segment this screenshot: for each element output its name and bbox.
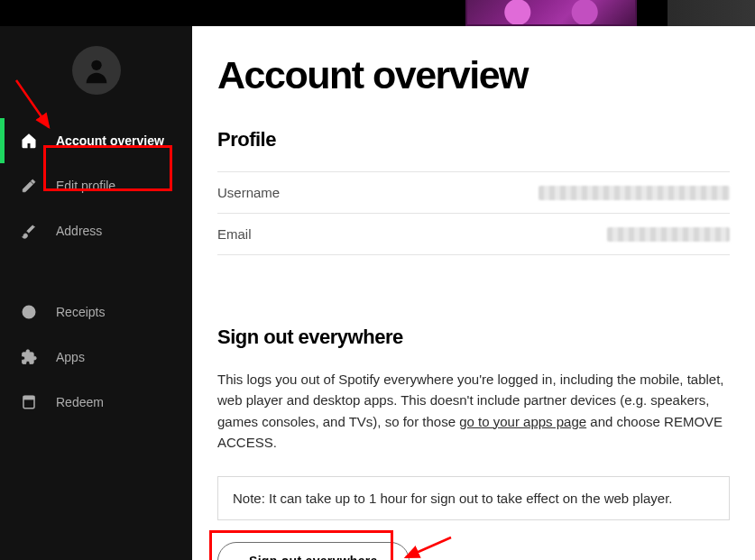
home-icon	[20, 132, 38, 150]
main-content: Account overview Profile Username Email …	[192, 26, 755, 560]
sidebar-item-label: Receipts	[56, 305, 105, 319]
profile-label: Email	[217, 226, 252, 242]
sidebar-item-label: Apps	[56, 350, 85, 364]
user-icon	[81, 55, 112, 86]
sidebar-item-label: Redeem	[56, 395, 104, 409]
pencil-icon	[20, 177, 38, 195]
puzzle-icon	[20, 348, 38, 366]
signout-everywhere-button[interactable]: Sign out everywhere	[217, 542, 410, 560]
card-icon	[20, 393, 38, 411]
profile-label: Username	[217, 185, 280, 200]
svg-point-0	[91, 60, 101, 70]
signout-section: Sign out everywhere This logs you out of…	[217, 326, 730, 560]
svg-rect-3	[23, 396, 34, 399]
signout-note: Note: It can take up to 1 hour for sign …	[217, 476, 730, 520]
profile-value-redacted	[607, 227, 730, 242]
sidebar-item-label: Address	[56, 224, 102, 238]
sidebar-item-receipts[interactable]: Receipts	[0, 289, 192, 335]
signout-description: This logs you out of Spotify everywhere …	[217, 369, 730, 453]
sidebar-item-edit-profile[interactable]: Edit profile	[0, 163, 192, 208]
clock-icon	[20, 303, 38, 321]
banner-artwork-2	[668, 0, 755, 26]
profile-row-email: Email	[217, 214, 730, 255]
top-banner	[0, 0, 755, 26]
brush-icon	[20, 222, 38, 240]
sidebar-item-hidden	[0, 253, 192, 289]
profile-row-username: Username	[217, 171, 730, 214]
profile-value-redacted	[539, 186, 730, 200]
profile-heading: Profile	[217, 128, 730, 151]
apps-page-link[interactable]: go to your apps page	[459, 414, 586, 429]
sidebar-nav: Account overview Edit profile Address	[0, 118, 192, 425]
sidebar-item-apps[interactable]: Apps	[0, 335, 192, 380]
dot-icon	[20, 262, 38, 280]
signout-heading: Sign out everywhere	[217, 326, 730, 349]
sidebar-item-label: Account overview	[56, 133, 164, 148]
sidebar: Account overview Edit profile Address	[0, 26, 192, 560]
banner-artwork	[465, 0, 637, 26]
sidebar-item-account-overview[interactable]: Account overview	[0, 118, 192, 163]
sidebar-item-address[interactable]: Address	[0, 208, 192, 253]
avatar[interactable]	[72, 46, 121, 95]
sidebar-item-redeem[interactable]: Redeem	[0, 380, 192, 425]
sidebar-item-label: Edit profile	[56, 179, 115, 193]
page-title: Account overview	[217, 53, 730, 97]
avatar-container	[0, 42, 192, 118]
